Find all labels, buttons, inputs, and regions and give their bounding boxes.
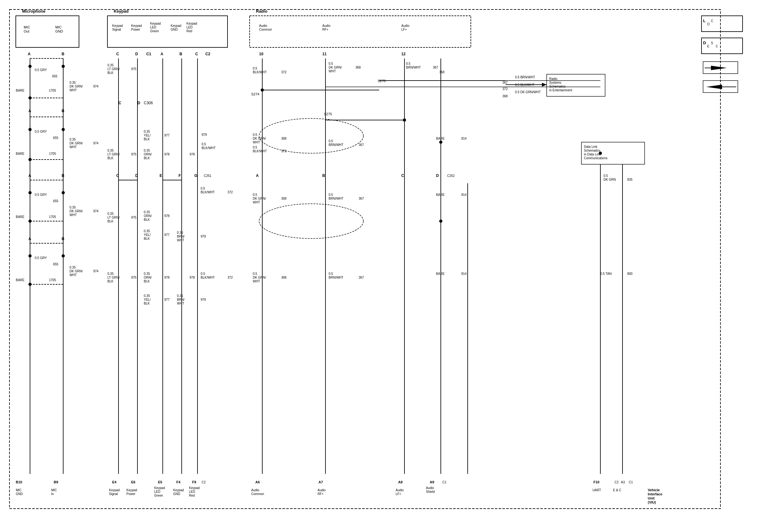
svg-point-61 (28, 96, 32, 99)
svg-text:0.5: 0.5 (253, 146, 257, 149)
schematic-diagram: Microphone MIC Out MIC GND Keypad Keypad… (0, 0, 759, 532)
svg-text:C: C (118, 101, 121, 105)
svg-text:in Data Link: in Data Link (584, 153, 601, 156)
svg-text:C: C (711, 19, 713, 23)
svg-text:L: L (703, 18, 705, 23)
svg-text:BLK/WHT: BLK/WHT (202, 146, 216, 150)
svg-text:E & C: E & C (613, 488, 621, 492)
svg-text:979: 979 (202, 133, 207, 136)
svg-text:367: 367 (359, 197, 364, 200)
svg-marker-316 (706, 85, 722, 89)
svg-text:GND: GND (55, 29, 63, 33)
svg-text:975: 975 (131, 276, 137, 279)
svg-text:BARE: BARE (16, 89, 25, 92)
svg-text:A: A (28, 52, 31, 56)
svg-text:978: 978 (164, 276, 170, 279)
svg-point-218 (28, 254, 32, 257)
svg-text:MIC: MIC (16, 488, 21, 492)
svg-text:LT GRN/: LT GRN/ (107, 153, 120, 156)
svg-text:ORN/: ORN/ (144, 214, 152, 218)
svg-text:WHT: WHT (69, 273, 77, 277)
svg-point-79 (28, 158, 32, 161)
svg-text:Common: Common (251, 492, 264, 496)
svg-text:E4: E4 (112, 480, 117, 484)
svg-text:BLK/WHT: BLK/WHT (253, 70, 267, 74)
svg-text:BLK: BLK (107, 71, 113, 75)
svg-text:0.35: 0.35 (144, 210, 150, 214)
svg-text:Signal: Signal (112, 28, 121, 31)
svg-text:814: 814 (461, 137, 467, 140)
svg-text:0.5 DK GRN/WHT: 0.5 DK GRN/WHT (515, 90, 540, 94)
svg-text:C: C (195, 52, 198, 56)
svg-text:DK GRN/: DK GRN/ (253, 197, 266, 200)
svg-text:11: 11 (322, 52, 327, 56)
svg-text:LED: LED (154, 490, 160, 493)
svg-text:368: 368 (281, 197, 287, 200)
svg-text:367: 367 (433, 66, 438, 69)
svg-text:Signal: Signal (109, 492, 118, 496)
svg-text:368: 368 (439, 70, 445, 74)
svg-text:0.5: 0.5 (253, 193, 257, 197)
svg-text:0.35: 0.35 (177, 231, 183, 234)
svg-text:F: F (179, 173, 181, 178)
svg-text:Audio: Audio (318, 488, 326, 492)
svg-text:814: 814 (461, 272, 467, 276)
svg-text:DK GRN/: DK GRN/ (329, 66, 342, 69)
svg-text:ORN/: ORN/ (144, 276, 152, 279)
svg-text:974: 974 (93, 141, 99, 145)
svg-text:BLK: BLK (144, 218, 150, 221)
svg-text:977: 977 (164, 233, 170, 237)
svg-text:LT GRN/: LT GRN/ (107, 67, 120, 71)
svg-text:S275: S275 (324, 112, 332, 116)
svg-text:E6: E6 (131, 480, 135, 484)
svg-point-219 (61, 254, 65, 257)
svg-text:Out: Out (24, 29, 29, 33)
svg-text:B: B (322, 173, 325, 178)
svg-text:0.5 TAN: 0.5 TAN (600, 272, 612, 276)
svg-text:C306: C306 (144, 101, 153, 105)
svg-text:655: 655 (53, 136, 59, 140)
svg-text:C: C (716, 45, 718, 48)
svg-text:F10: F10 (593, 480, 599, 484)
svg-text:RF+: RF+ (322, 28, 328, 31)
svg-text:814: 814 (461, 193, 467, 197)
svg-point-319 (259, 204, 363, 239)
svg-text:0.35: 0.35 (177, 294, 183, 298)
svg-text:655: 655 (53, 262, 59, 266)
svg-text:B: B (180, 52, 182, 56)
svg-text:BLK/WHT: BLK/WHT (253, 149, 267, 153)
svg-text:DK GRN: DK GRN (604, 178, 616, 181)
svg-text:MIC: MIC (55, 25, 61, 29)
svg-text:A: A (28, 173, 31, 178)
svg-text:0.5: 0.5 (329, 62, 333, 65)
svg-text:978: 978 (190, 153, 195, 156)
svg-point-75 (61, 128, 65, 131)
svg-text:Interface: Interface (648, 492, 662, 496)
svg-text:0.5: 0.5 (253, 272, 257, 276)
svg-text:BRN/WHT: BRN/WHT (329, 197, 343, 200)
svg-text:Keypad: Keypad (131, 24, 142, 27)
svg-text:Unit: Unit (648, 496, 655, 500)
svg-text:Green: Green (154, 494, 163, 497)
svg-text:0.35: 0.35 (69, 206, 76, 209)
svg-text:MIC: MIC (24, 25, 30, 29)
svg-text:0.5: 0.5 (202, 142, 206, 146)
svg-text:978: 978 (164, 214, 170, 218)
svg-text:Keypad: Keypad (114, 9, 129, 14)
svg-text:0.5: 0.5 (406, 62, 411, 65)
svg-text:Vehicle: Vehicle (648, 488, 660, 492)
svg-text:Keypad: Keypad (189, 486, 200, 490)
svg-text:D: D (138, 101, 140, 105)
svg-text:RF+: RF+ (318, 492, 324, 496)
svg-text:800: 800 (627, 272, 633, 276)
svg-text:Radio: Radio (549, 77, 558, 81)
svg-text:BARE: BARE (16, 215, 25, 219)
svg-text:D: D (135, 52, 138, 56)
svg-text:LF+: LF+ (396, 492, 401, 496)
svg-text:0.35: 0.35 (144, 130, 150, 133)
svg-text:A7: A7 (319, 480, 323, 484)
svg-text:LT GRN/: LT GRN/ (107, 216, 120, 219)
svg-text:Audio: Audio (322, 24, 331, 27)
svg-text:Radio: Radio (256, 9, 267, 14)
svg-text:E: E (160, 173, 162, 178)
